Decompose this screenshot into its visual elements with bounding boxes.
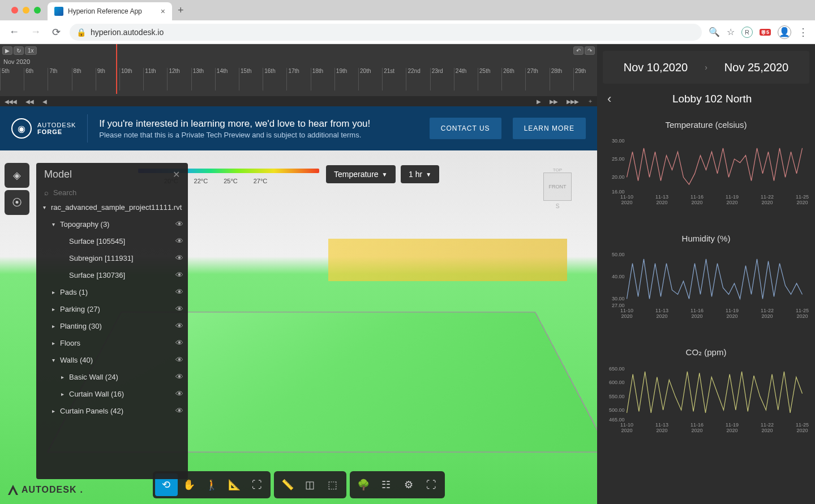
visibility-icon[interactable]: 👁: [175, 321, 183, 330]
visibility-icon[interactable]: 👁: [175, 372, 183, 381]
timeline-tick[interactable]: 21st: [382, 68, 406, 91]
back-button[interactable]: ←: [7, 24, 22, 40]
undo-button[interactable]: ↶: [573, 46, 584, 55]
fast-forward-button[interactable]: ▶▶▶: [567, 98, 578, 105]
learn-more-button[interactable]: LEARN MORE: [513, 118, 586, 139]
explode-tool[interactable]: ⬚: [321, 473, 344, 496]
interval-dropdown[interactable]: 1 hr ▼: [401, 165, 439, 183]
bookmark-icon[interactable]: ☆: [727, 27, 735, 37]
timeline-tick[interactable]: 29th: [573, 68, 597, 91]
walk-tool[interactable]: 🚶: [200, 473, 223, 496]
maximize-window-icon[interactable]: [34, 7, 41, 14]
forward-button[interactable]: →: [28, 24, 43, 40]
url-field[interactable]: 🔒 hyperion.autodesk.io: [70, 24, 702, 41]
tree-item[interactable]: Surface [130736]👁: [36, 266, 188, 283]
timeline-tick[interactable]: 26th: [501, 68, 525, 91]
timeline-tick[interactable]: 14th: [215, 68, 239, 91]
timeline-tick[interactable]: 13th: [191, 68, 215, 91]
adblock-icon[interactable]: ⛨5: [760, 29, 771, 36]
rewind-full-button[interactable]: ◀◀◀: [5, 98, 16, 105]
tree-item[interactable]: ▸Pads (1)👁: [36, 283, 188, 300]
visibility-icon[interactable]: 👁: [175, 389, 183, 398]
fit-tool[interactable]: ⛶: [246, 473, 268, 496]
timeline-tick[interactable]: 27th: [525, 68, 549, 91]
tree-item[interactable]: ▾Topography (3)👁: [36, 216, 188, 232]
minimize-window-icon[interactable]: [23, 7, 29, 14]
timeline-ruler[interactable]: 5th6th7th8th9th10th11th12th13th14th15th1…: [0, 67, 597, 96]
contact-us-button[interactable]: CONTACT US: [430, 118, 501, 139]
tree-item[interactable]: ▸Basic Wall (24)👁: [36, 368, 188, 385]
measure-tool[interactable]: 📏: [276, 473, 299, 496]
loop-button[interactable]: ↻: [14, 46, 24, 55]
section-tool[interactable]: ◫: [299, 473, 321, 496]
close-window-icon[interactable]: [11, 7, 18, 14]
timeline-tick[interactable]: 28th: [550, 68, 573, 91]
tree-item[interactable]: Subregion [111931]👁: [36, 249, 188, 266]
visibility-icon[interactable]: 👁: [175, 355, 183, 364]
reload-button[interactable]: ⟳: [50, 24, 63, 41]
visibility-icon[interactable]: 👁: [175, 338, 183, 347]
sensors-button[interactable]: ⦿: [5, 190, 29, 215]
visibility-icon[interactable]: 👁: [175, 304, 183, 313]
model-search-input[interactable]: [53, 188, 180, 197]
visibility-icon[interactable]: 👁: [175, 253, 183, 262]
timeline-tick[interactable]: 18th: [311, 68, 334, 91]
viewcube-face[interactable]: FRONT: [543, 173, 572, 201]
timeline-tick[interactable]: 25th: [478, 68, 501, 91]
model-browser-tool[interactable]: 🌳: [352, 473, 375, 496]
visibility-icon[interactable]: 👁: [175, 270, 183, 279]
properties-tool[interactable]: ☷: [375, 473, 397, 496]
tree-item[interactable]: ▾Walls (40)👁: [36, 351, 188, 368]
3d-viewport[interactable]: ◈ ⦿ Model ✕ ⌕ ▾rac_advanced_sample_proje…: [0, 150, 597, 504]
timeline-tick[interactable]: 17th: [286, 68, 310, 91]
layers-button[interactable]: ◈: [5, 163, 29, 188]
tree-item[interactable]: ▸Planting (30)👁: [36, 317, 188, 334]
timeline-tick[interactable]: 8th: [72, 68, 96, 91]
rewind-button[interactable]: ◀◀: [25, 98, 33, 105]
step-forward-button[interactable]: ▶: [537, 98, 541, 105]
timeline-tick[interactable]: 24th: [454, 68, 478, 91]
back-button[interactable]: ‹: [607, 92, 611, 106]
tree-item[interactable]: ▸Parking (27)👁: [36, 300, 188, 317]
timeline-tick[interactable]: 10th: [119, 68, 143, 91]
timeline-tick[interactable]: 19th: [334, 68, 358, 91]
forward-button[interactable]: ▶▶: [550, 98, 557, 105]
close-tab-icon[interactable]: ×: [161, 7, 165, 16]
camera-tool[interactable]: 📐: [223, 473, 246, 496]
play-button[interactable]: ▶: [2, 46, 12, 55]
tree-item[interactable]: ▸Curtain Wall (16)👁: [36, 385, 188, 402]
visibility-icon[interactable]: 👁: [175, 236, 183, 245]
timeline-tick[interactable]: 11th: [143, 68, 167, 91]
profile-icon[interactable]: 👤: [778, 25, 791, 39]
timeline-tick[interactable]: 15th: [239, 68, 263, 91]
browser-menu-icon[interactable]: ⋮: [798, 26, 808, 38]
playhead[interactable]: [116, 44, 117, 94]
timeline-tick[interactable]: 6th: [24, 68, 48, 91]
step-back-button[interactable]: ◀: [42, 98, 46, 105]
timeline-tick[interactable]: 5th: [0, 68, 24, 91]
zoom-icon[interactable]: 🔍: [709, 27, 720, 37]
timeline-tick[interactable]: 7th: [48, 68, 71, 91]
new-tab-button[interactable]: +: [172, 5, 190, 16]
date-range[interactable]: Nov 10,2020 › Nov 25,2020: [603, 51, 809, 84]
timeline-tick[interactable]: 20th: [358, 68, 382, 91]
fullscreen-tool[interactable]: ⛶: [420, 473, 443, 496]
settings-tool[interactable]: ⚙: [397, 473, 420, 496]
timeline-tick[interactable]: 16th: [263, 68, 286, 91]
visibility-icon[interactable]: 👁: [175, 406, 183, 415]
close-panel-icon[interactable]: ✕: [173, 169, 180, 180]
timeline-tick[interactable]: 22nd: [406, 68, 430, 91]
visibility-icon[interactable]: 👁: [175, 287, 183, 296]
redo-button[interactable]: ↷: [585, 46, 595, 55]
metric-dropdown[interactable]: Temperature ▼: [326, 165, 396, 183]
timeline-tick[interactable]: 12th: [167, 68, 191, 91]
viewcube[interactable]: TOP FRONT S: [535, 167, 580, 213]
tree-item[interactable]: ▸Curtain Panels (42)👁: [36, 402, 188, 419]
speed-button[interactable]: 1x: [25, 46, 37, 55]
zoom-in-button[interactable]: ＋: [587, 97, 593, 105]
tree-item[interactable]: Surface [105545]👁: [36, 232, 188, 249]
timeline-tick[interactable]: 23rd: [430, 68, 454, 91]
tree-item[interactable]: ▸Floors👁: [36, 334, 188, 351]
visibility-icon[interactable]: 👁: [175, 219, 183, 229]
browser-tab[interactable]: Hyperion Reference App ×: [48, 2, 172, 20]
